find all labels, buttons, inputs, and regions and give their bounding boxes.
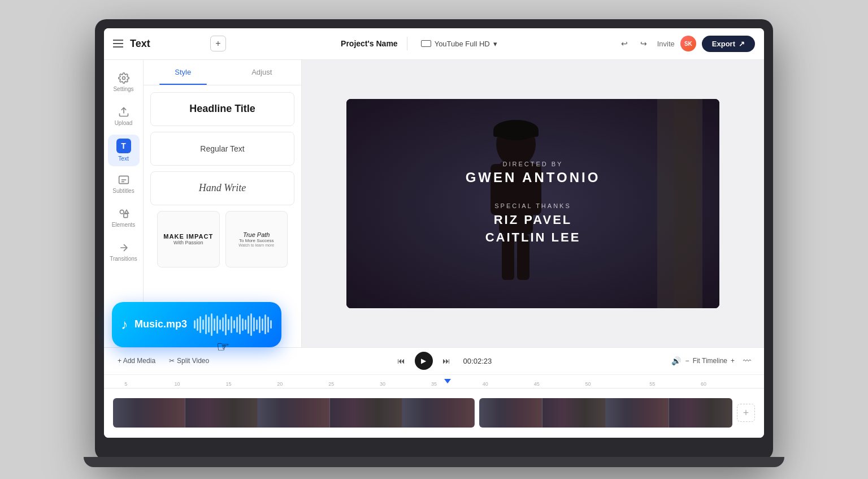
handwrite-label: Hand Write <box>199 182 246 194</box>
skip-back-button[interactable]: ⏮ <box>393 353 409 369</box>
ruler-mark-5: 5 <box>124 381 127 387</box>
sidebar-item-transitions[interactable]: Transitions <box>108 236 140 268</box>
top-bar-center: Project's Name YouTube Full HD ▾ <box>226 37 617 50</box>
video-track-left <box>113 398 475 428</box>
ruler-mark-15: 15 <box>225 381 231 387</box>
headline-title-option[interactable]: Headline Title <box>150 92 294 126</box>
chevron-down-icon: ▾ <box>493 40 497 48</box>
volume-icon[interactable]: 🔊 <box>671 356 681 365</box>
sidebar-item-subtitles[interactable]: Subtitles <box>108 169 140 200</box>
timeline-ruler: 5 10 15 20 25 30 35 40 45 50 55 60 <box>104 375 764 389</box>
top-bar: Text + Project's Name YouTube Full HD ▾ … <box>104 28 764 60</box>
redo-button[interactable]: ↪ <box>636 36 652 51</box>
timeline-center-controls: ⏮ ▶ ⏭ 00:02:23 <box>220 352 664 370</box>
track-thumb-1 <box>113 398 185 428</box>
format-label: YouTube Full HD <box>435 40 490 48</box>
special-thanks-label: SPECIAL THANKS <box>485 202 581 209</box>
template-true-path-line3: Watch to learn more <box>238 243 274 247</box>
handwrite-option[interactable]: Hand Write <box>150 171 294 205</box>
export-icon: ↗ <box>739 40 745 48</box>
music-note-icon: ♪ <box>121 317 128 333</box>
play-button[interactable]: ▶ <box>415 352 433 370</box>
svg-point-4 <box>120 210 124 214</box>
text-options: Headline Title Regular Text Hand Write M… <box>144 85 301 274</box>
split-icon: ✂ <box>169 357 175 365</box>
sidebar-item-text[interactable]: T Text <box>108 135 140 166</box>
ruler-mark-45: 45 <box>534 381 540 387</box>
special-thanks-names: RIZ PAVELCAITLIN LEE <box>485 212 581 247</box>
text-icon: T <box>116 139 131 153</box>
export-button[interactable]: Export ↗ <box>702 36 755 52</box>
tab-style[interactable]: Style <box>144 60 223 85</box>
sidebar-label-settings: Settings <box>113 86 133 92</box>
invite-button[interactable]: Invite <box>657 40 675 48</box>
template-make-impact[interactable]: MAKE IMPACT With Passion <box>157 211 220 267</box>
credit-special-thanks: SPECIAL THANKS RIZ PAVELCAITLIN LEE <box>485 202 581 247</box>
export-label: Export <box>712 40 735 48</box>
sidebar-label-transitions: Transitions <box>110 256 137 262</box>
ruler-mark-50: 50 <box>585 381 591 387</box>
zoom-out-button[interactable]: − <box>685 357 689 365</box>
format-selector[interactable]: YouTube Full HD ▾ <box>416 37 502 50</box>
headline-title-label: Headline Title <box>189 103 255 115</box>
template-true-path[interactable]: True Path To More Success Watch to learn… <box>225 211 288 267</box>
panel-title: Text <box>130 38 150 50</box>
play-controls: ⏮ ▶ ⏭ <box>393 352 454 370</box>
video-preview: DIRECTED BY GWEN ANTONIO SPECIAL THANKS … <box>346 99 719 308</box>
template-make-impact-line1: MAKE IMPACT <box>163 233 213 240</box>
template-make-impact-line2: With Passion <box>173 240 203 245</box>
svg-point-0 <box>122 77 125 80</box>
ruler-mark-10: 10 <box>175 381 180 387</box>
text-templates: MAKE IMPACT With Passion True Path To Mo… <box>150 211 294 267</box>
track-thumb-5 <box>402 398 475 428</box>
ruler-mark-25: 25 <box>328 381 334 387</box>
track-thumb-8 <box>606 398 669 428</box>
track-thumb-6 <box>479 398 542 428</box>
avatar: SK <box>680 36 696 51</box>
template-true-path-line2: To More Success <box>239 238 274 243</box>
ruler-mark-55: 55 <box>649 381 655 387</box>
fit-timeline-label[interactable]: Fit Timeline <box>693 357 727 365</box>
music-card[interactable]: ♪ Music.mp3 <box>112 302 281 347</box>
music-filename: Music.mp3 <box>134 318 187 330</box>
add-button[interactable]: + <box>210 36 226 51</box>
add-track-button[interactable]: + <box>737 404 755 422</box>
sidebar-label-upload: Upload <box>115 120 133 126</box>
waveform-display <box>194 313 272 336</box>
regular-text-option[interactable]: Regular Text <box>150 132 294 166</box>
video-track-right <box>479 398 732 428</box>
drag-cursor: ☞ <box>216 338 229 356</box>
timeline-tracks: + <box>104 389 764 438</box>
undo-button[interactable]: ↩ <box>617 36 632 51</box>
waveform-toggle[interactable]: 〰 <box>739 353 755 369</box>
sidebar-item-settings[interactable]: Settings <box>108 67 140 98</box>
zoom-in-button[interactable]: + <box>731 357 735 365</box>
ruler-mark-40: 40 <box>483 381 488 387</box>
divider <box>407 37 407 50</box>
video-area: DIRECTED BY GWEN ANTONIO SPECIAL THANKS … <box>302 60 764 347</box>
sidebar-item-upload[interactable]: Upload <box>108 101 140 132</box>
credit-directed-by: DIRECTED BY GWEN ANTONIO <box>466 161 601 185</box>
tab-adjust[interactable]: Adjust <box>223 60 302 85</box>
tabs-row: Style Adjust <box>144 60 301 85</box>
svg-marker-6 <box>124 210 128 213</box>
timeline-controls: + Add Media ✂ Split Video ⏮ ▶ ⏭ 00:02:23 <box>104 348 764 375</box>
video-text-content: DIRECTED BY GWEN ANTONIO SPECIAL THANKS … <box>346 99 719 308</box>
track-thumb-3 <box>258 398 330 428</box>
time-display: 00:02:23 <box>463 357 492 365</box>
project-name[interactable]: Project's Name <box>341 39 398 48</box>
laptop-frame: Text + Project's Name YouTube Full HD ▾ … <box>95 19 773 460</box>
skip-forward-button[interactable]: ⏭ <box>439 353 454 369</box>
timeline-right-controls: 🔊 − Fit Timeline + 〰 <box>671 353 755 369</box>
split-video-button[interactable]: ✂ Split Video <box>164 355 214 367</box>
ruler-mark-30: 30 <box>380 381 385 387</box>
sidebar-label-text: Text <box>118 156 128 162</box>
sidebar-item-elements[interactable]: Elements <box>108 202 140 234</box>
add-media-button[interactable]: + Add Media <box>113 355 160 367</box>
menu-icon[interactable] <box>113 40 123 48</box>
ruler-mark-35: 35 <box>431 381 437 387</box>
sidebar-label-subtitles: Subtitles <box>112 188 134 194</box>
ruler-mark-20: 20 <box>277 381 283 387</box>
laptop-screen: Text + Project's Name YouTube Full HD ▾ … <box>104 28 764 438</box>
svg-rect-5 <box>124 214 128 218</box>
